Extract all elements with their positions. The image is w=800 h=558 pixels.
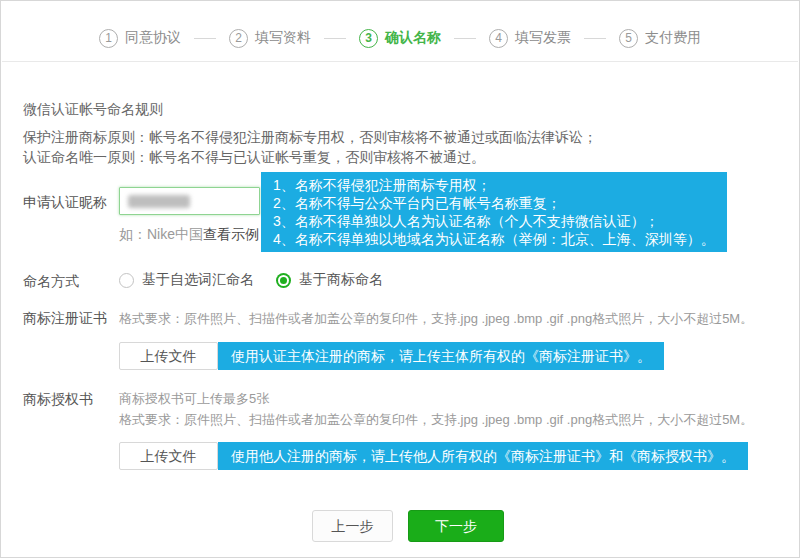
nickname-hint: 如：Nike中国查看示例 (119, 226, 259, 244)
step-confirm-name: 3 确认名称 (359, 29, 441, 48)
nickname-rules-tooltip: 1、名称不得侵犯注册商标专用权； 2、名称不得与公众平台内已有帐号名称重复； 3… (261, 172, 727, 252)
step-connector (454, 38, 476, 39)
trademark-license-format-hint: 格式要求：原件照片、扫描件或者加盖公章的复印件，支持.jpg .jpeg .bm… (119, 411, 753, 429)
step-4-label: 填写发票 (515, 29, 571, 47)
step-3-number-icon: 3 (359, 29, 378, 48)
radio-selected-icon (276, 273, 291, 288)
step-4-number-icon: 4 (489, 29, 508, 48)
step-invoice: 4 填写发票 (489, 29, 571, 48)
trademark-license-label: 商标授权书 (23, 391, 93, 409)
naming-method-label: 命名方式 (23, 273, 79, 291)
step-1-number-icon: 1 (99, 29, 118, 48)
naming-rule-line: 1、名称不得侵犯注册商标专用权； (273, 176, 715, 194)
step-connector (194, 38, 216, 39)
nickname-value-redacted (128, 195, 190, 208)
step-2-number-icon: 2 (229, 29, 248, 48)
progress-stepper: 1 同意协议 2 填写资料 3 确认名称 4 填写发票 5 支付费用 (1, 25, 799, 51)
step-5-label: 支付费用 (645, 29, 701, 47)
step-3-label: 确认名称 (385, 29, 441, 47)
nickname-field-label: 申请认证昵称 (23, 194, 107, 212)
nickname-input[interactable] (119, 187, 260, 215)
naming-rules-line-trademark: 保护注册商标原则：帐号名不得侵犯注册商标专用权，否则审核将不被通过或面临法律诉讼… (23, 129, 597, 147)
step-1-label: 同意协议 (125, 29, 181, 47)
trademark-cert-tooltip: 使用认证主体注册的商标，请上传主体所有权的《商标注册证书》。 (218, 342, 664, 370)
previous-step-button[interactable]: 上一步 (312, 510, 393, 542)
step-connector (584, 38, 606, 39)
radio-option-custom-word[interactable]: 基于自选词汇命名 (119, 271, 254, 289)
step-2-label: 填写资料 (255, 29, 311, 47)
trademark-cert-format-hint: 格式要求：原件照片、扫描件或者加盖公章的复印件，支持.jpg .jpeg .bm… (119, 310, 753, 328)
nickname-hint-example: 如：Nike中国 (119, 226, 203, 242)
step-connector (324, 38, 346, 39)
naming-rules-title: 微信认证帐号命名规则 (23, 101, 163, 119)
trademark-license-tooltip: 使用他人注册的商标，请上传他人所有权的《商标注册证书》和《商标授权书》。 (218, 442, 748, 470)
radio-option-label: 基于商标命名 (299, 271, 383, 289)
trademark-license-max-hint: 商标授权书可上传最多5张 (119, 390, 269, 408)
step-5-number-icon: 5 (619, 29, 638, 48)
upload-trademark-cert-button[interactable]: 上传文件 (119, 342, 218, 370)
naming-rule-line: 3、名称不得单独以人名为认证名称（个人不支持微信认证）； (273, 212, 715, 230)
trademark-cert-label: 商标注册证书 (23, 310, 107, 328)
upload-trademark-license-button[interactable]: 上传文件 (119, 442, 218, 470)
naming-method-options: 基于自选词汇命名 基于商标命名 (119, 271, 405, 289)
naming-rule-line: 2、名称不得与公众平台内已有帐号名称重复； (273, 194, 715, 212)
step-agree-protocol: 1 同意协议 (99, 29, 181, 48)
radio-unselected-icon (119, 273, 134, 288)
step-fill-info: 2 填写资料 (229, 29, 311, 48)
naming-rule-line: 4、名称不得单独以地域名为认证名称（举例：北京、上海、深圳等）。 (273, 230, 715, 248)
view-example-link[interactable]: 查看示例 (203, 226, 259, 242)
header-divider (2, 61, 798, 62)
naming-rules-line-unique: 认证命名唯一原则：帐号名不得与已认证帐号重复，否则审核将不被通过。 (23, 149, 485, 167)
radio-option-trademark[interactable]: 基于商标命名 (276, 271, 383, 289)
radio-option-label: 基于自选词汇命名 (142, 271, 254, 289)
next-step-button[interactable]: 下一步 (408, 510, 504, 542)
step-pay-fee: 5 支付费用 (619, 29, 701, 48)
wechat-verification-page: 1 同意协议 2 填写资料 3 确认名称 4 填写发票 5 支付费用 微信认证帐… (0, 0, 800, 558)
